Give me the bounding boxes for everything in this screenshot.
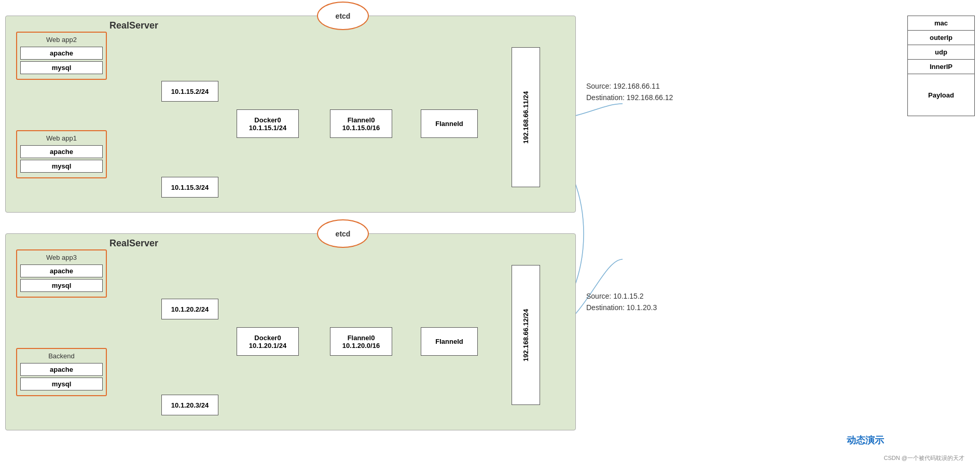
realserver-top: RealServer etcd Web app2 apache mysql We… — [5, 16, 576, 213]
top-docker0-box: Docker0 10.1.15.1/24 — [237, 109, 299, 138]
bottom-flanneld-box: Flanneld — [421, 327, 478, 356]
packet-row-outerip: outerlp — [908, 31, 974, 45]
bottom-ip2-box: 10.1.20.3/24 — [161, 395, 218, 415]
realserver-bottom: RealServer etcd Web app3 apache mysql Ba… — [5, 233, 576, 430]
bottom-nic-box: 192.168.66.12/24 — [512, 265, 540, 405]
top-ip1-box: 10.1.15.2/24 — [161, 81, 218, 102]
webapp1-mysql: mysql — [20, 160, 103, 173]
backend-apache: apache — [20, 363, 103, 376]
csdn-label: CSDN @一个被代码耽误的天才 — [884, 454, 964, 462]
bottom-docker0-box: Docker0 10.1.20.1/24 — [237, 327, 299, 356]
info-top: Source: 192.168.66.11 Destination: 192.1… — [586, 80, 673, 104]
top-flanneld-box: Flanneld — [421, 109, 478, 138]
backend-mysql: mysql — [20, 378, 103, 390]
bottom-flannel0-box: Flannel0 10.1.20.0/16 — [330, 327, 392, 356]
webapp2-title: Web app2 — [20, 36, 103, 44]
dynamic-label: 动态演示 — [847, 434, 884, 446]
webapp3-mysql: mysql — [20, 279, 103, 292]
realserver-bottom-label: RealServer — [109, 238, 158, 249]
webapp3-box: Web app3 apache mysql — [16, 249, 107, 298]
source1-text: Source: 192.168.66.11 — [586, 80, 673, 92]
webapp2-apache: apache — [20, 47, 103, 60]
info-bottom: Source: 10.1.15.2 Destination: 10.1.20.3 — [586, 290, 657, 314]
webapp2-box: Web app2 apache mysql — [16, 32, 107, 80]
bottom-ip1-box: 10.1.20.2/24 — [161, 299, 218, 319]
webapp1-title: Web app1 — [20, 134, 103, 142]
backend-box: Backend apache mysql — [16, 348, 107, 396]
top-flannel0-box: Flannel0 10.1.15.0/16 — [330, 109, 392, 138]
top-nic-box: 192.168.66.11/24 — [512, 47, 540, 187]
top-ip2-box: 10.1.15.3/24 — [161, 177, 218, 198]
realserver-top-label: RealServer — [109, 20, 158, 31]
etcd-top: etcd — [317, 2, 369, 30]
packet-row-innerip: InnerIP — [908, 60, 974, 74]
webapp2-mysql: mysql — [20, 61, 103, 74]
source2-text: Source: 10.1.15.2 — [586, 290, 657, 302]
backend-title: Backend — [20, 352, 103, 360]
webapp1-apache: apache — [20, 145, 103, 158]
packet-row-payload: Payload — [908, 74, 974, 116]
packet-table: mac outerlp udp InnerIP Payload — [907, 16, 975, 116]
webapp3-title: Web app3 — [20, 254, 103, 261]
etcd-bottom: etcd — [317, 219, 369, 248]
packet-row-udp: udp — [908, 45, 974, 60]
webapp3-apache: apache — [20, 264, 103, 277]
dest2-text: Destination: 10.1.20.3 — [586, 302, 657, 313]
dest1-text: Destination: 192.168.66.12 — [586, 92, 673, 103]
webapp1-box: Web app1 apache mysql — [16, 130, 107, 178]
packet-row-mac: mac — [908, 16, 974, 31]
